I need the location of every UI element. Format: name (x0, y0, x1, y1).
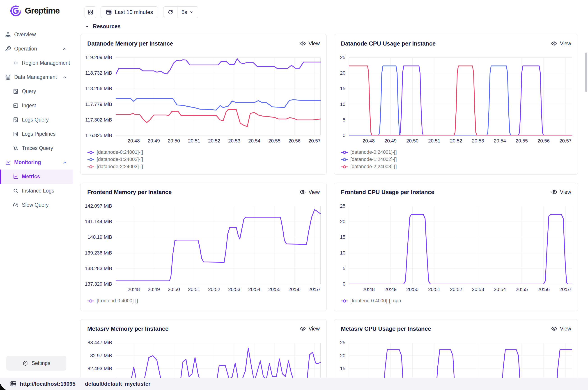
brand-logo[interactable]: Greptime (0, 0, 73, 17)
view-button[interactable]: View (551, 40, 571, 47)
chart-canvas[interactable] (349, 206, 572, 284)
resources-section-toggle[interactable]: Resources (85, 23, 121, 30)
gauge-icon (13, 202, 19, 208)
chart-canvas[interactable] (116, 206, 321, 284)
y-axis-label: 116.825 MiB (81, 132, 112, 139)
legend-label: [datanode-0:24001]-[] (97, 149, 143, 155)
y-axis-label: 0 (334, 132, 345, 139)
legend-item[interactable]: [datanode-0:24001]-[] (341, 149, 578, 155)
x-axis-label: 20:50 (402, 287, 423, 292)
time-range-button[interactable]: Last 10 minutes (100, 6, 158, 18)
chart-canvas[interactable] (116, 57, 321, 136)
chevron-up-icon[interactable] (62, 47, 67, 51)
legend-item[interactable]: [datanode-1:24002]-[] (87, 157, 327, 162)
chart-legend: [datanode-0:24001]-[][datanode-1:24002]-… (81, 146, 327, 170)
sidebar-item-monitoring[interactable]: Monitoring (0, 155, 73, 170)
sidebar-item-operation[interactable]: Operation (0, 42, 73, 56)
y-axis-label: 118.732 MiB (81, 70, 112, 76)
sidebar-item-traces-query[interactable]: Traces Query (0, 141, 73, 155)
chevron-up-icon[interactable] (62, 75, 67, 80)
sidebar-item-query[interactable]: Query (0, 84, 73, 98)
legend-label: [frontend-0:4000]-[] (97, 298, 138, 304)
sidebar-item-label: Logs Pipelines (22, 131, 56, 137)
view-button[interactable]: View (299, 40, 320, 47)
view-button[interactable]: View (299, 189, 320, 195)
sidebar-item-label: Data Management (14, 74, 57, 80)
x-axis-label: 20:54 (490, 287, 510, 292)
view-button[interactable]: View (299, 325, 320, 332)
x-axis-label: 20:57 (304, 138, 325, 144)
x-axis-label: 20:53 (224, 138, 245, 144)
legend-label: [datanode-2:24003]-[] (97, 164, 143, 170)
legend-marker-icon (341, 150, 348, 154)
chart-plot[interactable]: 252015105020:4820:4920:5020:5120:5220:53… (334, 206, 578, 294)
view-button[interactable]: View (551, 189, 571, 195)
y-axis-label: 138.283 MiB (81, 265, 112, 272)
legend-item[interactable]: [datanode-0:24001]-[] (87, 149, 327, 155)
refresh-interval-value: 5s (182, 9, 187, 15)
sidebar-item-label: Overview (14, 32, 36, 38)
y-axis-label: 117.302 MiB (81, 117, 112, 123)
chart-plot[interactable]: 252015105020:4820:4920:5020:5120:5220:53… (334, 57, 578, 146)
refresh-button[interactable] (163, 6, 177, 18)
sidebar-item-instance-logs[interactable]: Instance Logs (0, 184, 73, 198)
y-axis-label: 20 (334, 352, 345, 359)
refresh-interval-select[interactable]: 5s (177, 9, 198, 15)
x-axis-label: 20:52 (204, 287, 224, 292)
sidebar-item-logs-query[interactable]: Logs Query (0, 113, 73, 127)
eye-icon (551, 325, 558, 332)
x-axis-label: 20:54 (244, 287, 264, 292)
chevron-up-icon[interactable] (62, 160, 67, 165)
sidebar-item-overview[interactable]: Overview (0, 28, 73, 42)
settings-button[interactable]: Settings (6, 356, 66, 371)
section-title: Resources (93, 23, 121, 30)
legend-item[interactable]: [datanode-1:24002]-[] (341, 157, 578, 162)
legend-item[interactable]: [datanode-2:24003]-[] (341, 164, 578, 170)
legend-label: [datanode-1:24002]-[] (350, 157, 397, 162)
sidebar-item-slow-query[interactable]: Slow Query (0, 198, 73, 212)
legend-marker-icon (87, 150, 95, 154)
x-axis-label: 20:55 (264, 138, 285, 144)
chart-canvas[interactable] (349, 57, 572, 136)
chart-card-frontend-cpu: Frontend CPU Usage per Instance View 252… (334, 183, 578, 311)
legend-item[interactable]: [datanode-2:24003]-[] (87, 164, 327, 170)
charts-grid: Datanode Memory per Instance View 119.20… (80, 34, 578, 390)
view-button[interactable]: View (551, 325, 571, 332)
sidebar: Greptime Overview Operation Region Manag… (0, 0, 73, 390)
sidebar-item-logs-pipelines[interactable]: Logs Pipelines (0, 127, 73, 141)
wrench-icon (5, 46, 11, 52)
legend-label: [frontend-0:4000]-[]-cpu (350, 298, 401, 304)
sidebar-item-region-management[interactable]: Region Management (0, 56, 73, 70)
sidebar-item-label: Region Management (22, 60, 70, 66)
database-icon (5, 74, 11, 80)
main-content: Last 10 minutes 5s Resources Datanode Me… (73, 0, 588, 390)
layout-grid-button[interactable] (85, 6, 96, 18)
y-axis-label: 25 (334, 339, 345, 346)
vertical-scrollbar[interactable] (585, 52, 587, 92)
grid-icon (88, 9, 93, 15)
x-axis-label: 20:49 (144, 138, 164, 144)
x-axis-label: 20:48 (358, 287, 379, 292)
x-axis-label: 20:53 (224, 287, 245, 292)
x-axis-label: 20:51 (424, 287, 444, 292)
legend-item[interactable]: [frontend-0:4000]-[] (87, 298, 327, 304)
legend-marker-icon (341, 165, 348, 169)
sidebar-item-ingest[interactable]: Ingest (0, 98, 73, 113)
chevron-down-icon (85, 24, 89, 29)
server-icon (10, 381, 17, 387)
sidebar-item-label: Ingest (22, 102, 36, 109)
y-axis-label: 0 (334, 281, 345, 288)
chart-plot[interactable]: 142.097 MiB141.144 MiB140.19 MiB139.236 … (81, 206, 327, 294)
cluster-name[interactable]: default/default_mycluster (85, 381, 151, 387)
sidebar-item-data-management[interactable]: Data Management (0, 70, 73, 84)
y-axis-label: 20 (334, 218, 345, 225)
x-axis-label: 20:50 (164, 138, 184, 144)
sidebar-item-label: Instance Logs (22, 188, 54, 194)
y-axis-label: 25 (334, 203, 345, 209)
sidebar-item-metrics[interactable]: Metrics (0, 170, 73, 184)
legend-item[interactable]: [frontend-0:4000]-[]-cpu (341, 298, 578, 304)
legend-marker-icon (87, 299, 95, 303)
endpoint-url[interactable]: http://localhost:19095 (20, 381, 76, 387)
chart-plot[interactable]: 119.209 MiB118.732 MiB118.256 MiB117.779… (81, 57, 327, 146)
x-axis-label: 20:51 (184, 287, 204, 292)
